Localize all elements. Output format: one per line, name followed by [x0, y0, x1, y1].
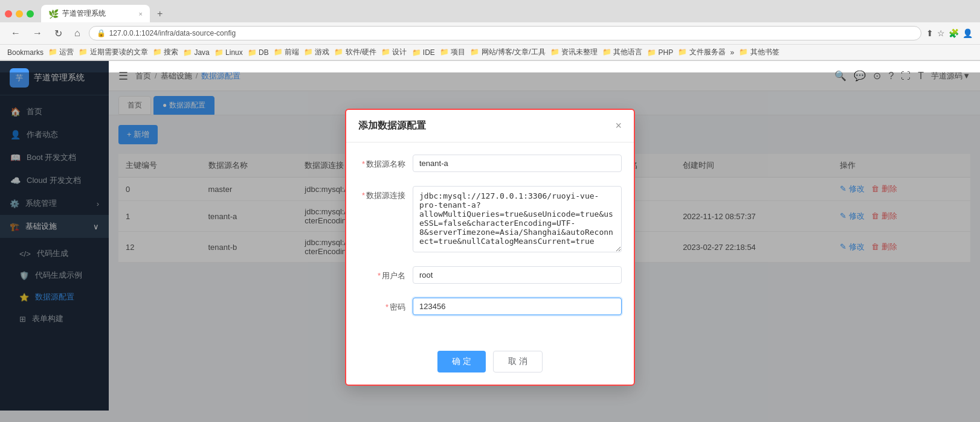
modal-dialog: 添加数据源配置 × *数据源名称 — [345, 115, 635, 386]
bookmark-news[interactable]: 📁 资讯未整理 — [550, 47, 598, 57]
lock-icon: 🔒 — [97, 29, 106, 37]
maximize-traffic-light[interactable] — [27, 10, 34, 18]
password-input[interactable] — [413, 298, 622, 315]
back-button[interactable]: ← — [7, 27, 24, 40]
browser-chrome: 🌿 芋道管理系统 × + ← → ↻ ⌂ 🔒 127.0.0.1:1024/in… — [0, 0, 980, 61]
modal-title: 添加数据源配置 — [358, 120, 426, 132]
tab-favicon-icon: 🌿 — [48, 9, 59, 19]
browser-action-buttons: ⬆ ☆ 🧩 👤 — [926, 28, 973, 38]
form-control-url: jdbc:mysql://127.0.0.1:3306/ruoyi-vue-pr… — [413, 186, 622, 254]
required-mark-name: * — [362, 159, 365, 168]
bookmark-projects[interactable]: 📁 项目 — [440, 47, 465, 57]
traffic-lights — [5, 10, 34, 18]
bookmark-yundong[interactable]: 📁 运营 — [48, 47, 74, 57]
required-mark-username: * — [378, 271, 381, 280]
bookmark-games[interactable]: 📁 游戏 — [304, 47, 329, 57]
app-layout: 芋 芋道管理系统 🏠 首页 👤 作者动态 📖 Boot 开发文档 ☁️ Clou… — [0, 61, 980, 411]
form-item-url: *数据源连接 jdbc:mysql://127.0.0.1:3306/ruoyi… — [358, 186, 622, 254]
refresh-button[interactable]: ↻ — [51, 27, 66, 40]
form-control-username — [413, 266, 622, 284]
form-label-url: *数据源连接 — [358, 186, 413, 205]
bookmark-fileserver[interactable]: 📁 文件服务器 — [678, 47, 725, 57]
bookmark-frontend[interactable]: 📁 前端 — [274, 47, 299, 57]
modal-body: *数据源名称 *数据源连接 jdbc:mys — [346, 142, 634, 341]
content-area: + 新增 主键编号 数据源名称 数据源连接 用户名 创建时间 操作 — [109, 115, 980, 411]
browser-tabs: 🌿 芋道管理系统 × + — [0, 0, 980, 22]
bookmark-other[interactable]: 📁 其他书签 — [739, 47, 779, 57]
minimize-traffic-light[interactable] — [16, 10, 23, 18]
form-item-username: *用户名 — [358, 266, 622, 286]
name-input[interactable] — [413, 155, 622, 172]
main-content: ☰ 首页 / 基础设施 / 数据源配置 🔍 💬 ⊙ ? ⛶ T 芋道源码▼ — [109, 61, 980, 411]
bookmark-articles[interactable]: 📁 近期需要读的文章 — [79, 47, 147, 57]
bookmark-websites[interactable]: 📁 网站/博客/文章/工具 — [470, 47, 545, 57]
home-button[interactable]: ⌂ — [71, 27, 84, 40]
user-profile-icon[interactable]: 👤 — [962, 28, 973, 38]
bookmarks-bar: Bookmarks 📁 运营 📁 近期需要读的文章 📁 搜索 📁 Java 📁 … — [0, 45, 980, 60]
form-control-password — [413, 298, 622, 315]
bookmark-linux[interactable]: 📁 Linux — [214, 48, 243, 57]
bookmark-design[interactable]: 📁 设计 — [381, 47, 407, 57]
active-browser-tab[interactable]: 🌿 芋道管理系统 × — [41, 5, 150, 22]
bookmark-other-lang[interactable]: 📁 其他语言 — [602, 47, 642, 57]
extensions-icon[interactable]: 🧩 — [949, 28, 959, 38]
url-textarea[interactable]: jdbc:mysql://127.0.0.1:3306/ruoyi-vue-pr… — [413, 186, 622, 252]
modal-header: 添加数据源配置 × — [346, 115, 634, 142]
form-label-password: *密码 — [358, 298, 413, 317]
form-label-name: *数据源名称 — [358, 155, 413, 174]
modal-overlay: 添加数据源配置 × *数据源名称 — [109, 115, 980, 411]
modal-footer: 确 定 取 消 — [346, 341, 634, 385]
new-tab-button[interactable]: + — [152, 6, 167, 22]
cancel-button[interactable]: 取 消 — [493, 351, 543, 372]
bookmark-ide[interactable]: 📁 IDE — [412, 48, 435, 57]
browser-toolbar: ← → ↻ ⌂ 🔒 127.0.0.1:1024/infra/data-sour… — [0, 22, 980, 45]
required-mark-password: * — [385, 302, 388, 312]
url-text: 127.0.0.1:1024/infra/data-source-config — [109, 29, 236, 37]
url-bar[interactable]: 🔒 127.0.0.1:1024/infra/data-source-confi… — [89, 26, 921, 40]
bookmarks-label: Bookmarks — [7, 48, 44, 57]
tab-close-button[interactable]: × — [139, 10, 143, 18]
bookmark-java[interactable]: 📁 Java — [183, 48, 210, 57]
bookmark-db[interactable]: 📁 DB — [248, 48, 269, 57]
required-mark-url: * — [362, 191, 365, 200]
bookmark-php[interactable]: 📁 PHP — [647, 48, 673, 57]
bookmark-search[interactable]: 📁 搜索 — [153, 47, 178, 57]
close-traffic-light[interactable] — [5, 10, 12, 18]
share-icon[interactable]: ⬆ — [926, 28, 933, 38]
form-item-password: *密码 — [358, 298, 622, 317]
tab-title: 芋道管理系统 — [62, 8, 106, 19]
form-control-name — [413, 155, 622, 172]
star-icon[interactable]: ☆ — [937, 28, 945, 38]
bookmark-more[interactable]: » — [730, 48, 735, 57]
bookmark-software[interactable]: 📁 软件/硬件 — [334, 47, 376, 57]
confirm-button[interactable]: 确 定 — [437, 351, 486, 372]
form-label-username: *用户名 — [358, 266, 413, 286]
forward-button[interactable]: → — [29, 27, 46, 40]
form-item-name: *数据源名称 — [358, 155, 622, 174]
modal-close-button[interactable]: × — [615, 120, 622, 132]
username-input[interactable] — [413, 266, 622, 284]
